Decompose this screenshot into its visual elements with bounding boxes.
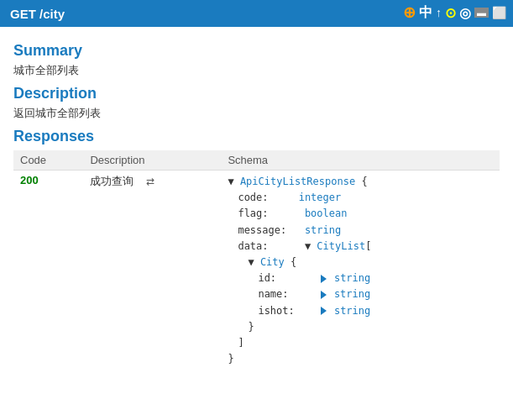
icon-7: ⬜ xyxy=(492,6,506,19)
root-close: } xyxy=(228,351,493,367)
city-close: } xyxy=(228,319,493,335)
expand-root-icon[interactable]: ▼ xyxy=(228,176,233,187)
expand-citylist-icon[interactable]: ▼ xyxy=(305,240,311,252)
response-description: 成功查询 ⇄ xyxy=(83,171,221,371)
field-type-code: integer xyxy=(299,192,342,203)
icon-4: ⊙ xyxy=(445,5,456,21)
responses-title: Responses xyxy=(13,128,500,145)
schema-root: ▼ ApiCityListResponse { xyxy=(228,174,493,190)
field-type-id: string xyxy=(334,272,370,284)
summary-title: Summary xyxy=(13,42,500,60)
col-description: Description xyxy=(83,150,221,171)
schema-root-label: ApiCityListResponse { xyxy=(240,176,368,187)
icon-5: ◎ xyxy=(459,5,471,21)
table-row: 200 成功查询 ⇄ ▼ ApiCityListResponse { xyxy=(13,171,500,371)
expand-city-icon[interactable]: ▼ xyxy=(248,256,254,268)
icon-1: ⊕ xyxy=(403,3,416,22)
field-key-code: code: xyxy=(238,192,268,203)
schema-field-data: data: ▼ CityList[ xyxy=(228,239,493,255)
top-bar-icons: ⊕ 中 ↑ ⊙ ◎ ▬ ⬜ xyxy=(403,3,506,22)
field-key-ishot: ishot: xyxy=(258,305,294,317)
citylist-close: ] xyxy=(228,335,493,351)
table-header-row: Code Description Schema xyxy=(13,150,500,171)
schema-field-name: name: string xyxy=(228,286,493,302)
city-label: City { xyxy=(260,256,296,268)
icon-2: 中 xyxy=(419,4,432,22)
name-arrow-icon[interactable] xyxy=(321,291,327,299)
schema-field-flag: flag: boolean xyxy=(228,206,493,222)
field-type-ishot: string xyxy=(334,305,370,317)
schema-city-block: ▼ City { xyxy=(228,255,493,270)
responses-table: Code Description Schema 200 成功查询 ⇄ xyxy=(13,150,500,370)
field-key-flag: flag: xyxy=(238,207,268,219)
schema-block: ▼ ApiCityListResponse { code: integer xyxy=(228,174,493,367)
schema-field-ishot: ishot: string xyxy=(228,303,493,319)
field-type-message: string xyxy=(305,224,341,236)
col-schema: Schema xyxy=(221,150,500,171)
responses-section: Responses Code Description Schema 200 成功… xyxy=(13,128,500,370)
col-code: Code xyxy=(13,150,83,171)
field-key-data: data: xyxy=(238,240,268,252)
field-key-name: name: xyxy=(258,288,288,300)
expand-icon[interactable]: ⇄ xyxy=(146,176,154,187)
field-key-message: message: xyxy=(238,224,286,236)
id-arrow-icon[interactable] xyxy=(321,275,327,283)
schema-field-id: id: string xyxy=(228,270,493,286)
description-section: Description 返回城市全部列表 xyxy=(13,85,500,121)
citylist-label: CityList[ xyxy=(317,240,371,252)
main-content: Summary 城市全部列表 Description 返回城市全部列表 Resp… xyxy=(0,27,513,379)
endpoint-label: GET /city xyxy=(10,7,65,21)
summary-text: 城市全部列表 xyxy=(13,63,500,78)
response-code: 200 xyxy=(13,171,83,371)
top-bar: GET /city ⊕ 中 ↑ ⊙ ◎ ▬ ⬜ xyxy=(0,0,513,27)
schema-field-code: code: integer xyxy=(228,190,493,206)
summary-section: Summary 城市全部列表 xyxy=(13,42,500,78)
field-type-flag: boolean xyxy=(305,207,348,219)
field-type-name: string xyxy=(334,288,370,300)
field-key-id: id: xyxy=(258,272,276,284)
schema-field-message: message: string xyxy=(228,223,493,239)
response-schema: ▼ ApiCityListResponse { code: integer xyxy=(221,171,500,371)
icon-6: ▬ xyxy=(474,8,489,18)
icon-3: ↑ xyxy=(436,6,442,19)
description-text: 返回城市全部列表 xyxy=(13,106,500,121)
description-title: Description xyxy=(13,85,500,102)
ishot-arrow-icon[interactable] xyxy=(321,307,327,315)
